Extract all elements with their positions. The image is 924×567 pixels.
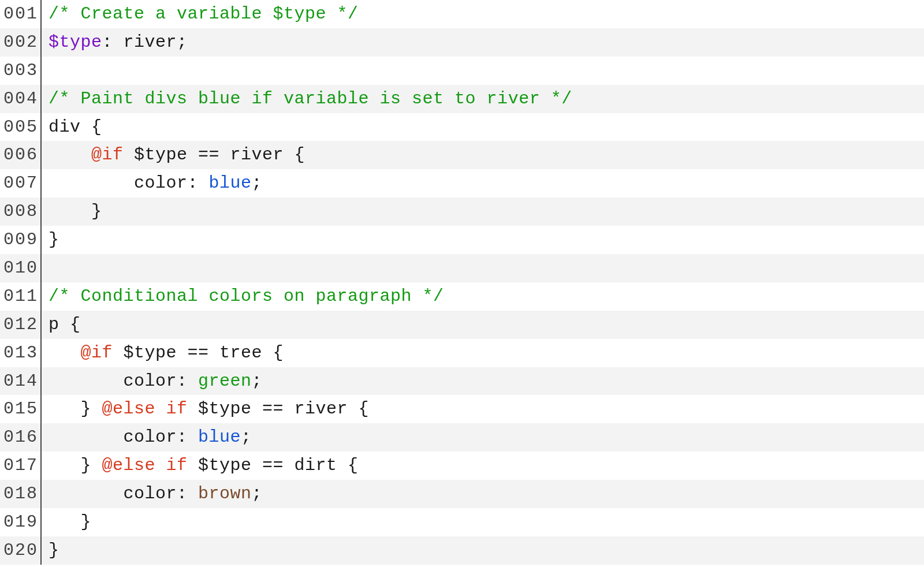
token-keyword: @if [91,145,124,165]
code-line: 001/* Create a variable $type */ [0,0,924,28]
code-line: 015 } @else if $type == river { [0,395,924,423]
code-content: } [42,197,924,226]
code-line: 019 } [0,508,924,536]
code-content: /* Conditional colors on paragraph */ [42,282,924,311]
code-line: 008 } [0,197,924,226]
line-number: 009 [0,226,42,254]
token-default: div { [49,117,102,137]
token-default: $type == tree { [113,343,284,363]
code-editor: 001/* Create a variable $type */002$type… [0,0,924,565]
token-default: ; [252,484,263,503]
token-value-green: green [198,371,252,391]
code-content: p { [42,311,924,339]
code-line: 013 @if $type == tree { [0,339,924,367]
code-line: 004/* Paint divs blue if variable is set… [0,85,924,113]
code-content: color: blue; [42,169,924,197]
line-number: 008 [0,197,42,226]
line-number: 005 [0,113,42,141]
line-number: 001 [0,0,42,28]
token-default [49,343,81,363]
line-number: 013 [0,339,42,367]
token-default: } [49,399,102,419]
code-line: 010 [0,254,924,282]
token-default: } [49,540,59,560]
line-number: 002 [0,28,42,57]
line-number: 007 [0,169,42,197]
code-line: 018 color: brown; [0,480,924,508]
code-line: 002$type: river; [0,28,924,57]
token-default [49,145,91,165]
code-content: color: brown; [42,480,924,508]
line-number: 006 [0,141,42,169]
code-content: @if $type == river { [42,141,924,169]
token-value-blue: blue [209,173,252,193]
code-content: color: blue; [42,423,924,452]
token-keyword: @else if [102,399,188,419]
line-number: 014 [0,367,42,396]
code-line: 006 @if $type == river { [0,141,924,169]
code-content: /* Paint divs blue if variable is set to… [42,85,924,113]
code-content: } @else if $type == river { [42,395,924,423]
token-default: color: [49,484,198,503]
code-line: 009} [0,226,924,254]
token-variable: $type [49,32,102,52]
token-comment: /* Conditional colors on paragraph */ [49,286,444,306]
token-comment: /* Paint divs blue if variable is set to… [49,89,572,109]
code-content: $type: river; [42,28,924,57]
token-default: ; [252,173,263,193]
code-line: 014 color: green; [0,367,924,396]
token-default: ; [241,427,252,447]
line-number: 018 [0,480,42,508]
token-default: } [49,202,102,221]
code-content: } [42,226,924,254]
code-line: 003 [0,57,924,85]
token-value-blue: blue [198,427,241,447]
line-number: 015 [0,395,42,423]
line-number: 016 [0,423,42,452]
token-value-brown: brown [198,484,252,503]
token-keyword: @else if [102,456,188,475]
token-default: color: [49,427,198,447]
line-number: 003 [0,57,42,85]
line-number: 012 [0,311,42,339]
code-line: 017 } @else if $type == dirt { [0,452,924,480]
token-default: : river; [102,32,188,52]
code-line: 005div { [0,113,924,141]
token-default: p { [49,315,81,334]
code-content: /* Create a variable $type */ [42,0,924,28]
line-number: 011 [0,282,42,311]
token-keyword: @if [81,343,113,363]
code-line: 011/* Conditional colors on paragraph */ [0,282,924,311]
code-line: 020} [0,536,924,565]
token-default: color: [49,371,198,391]
code-content: } [42,536,924,565]
token-default: $type == river { [124,145,305,165]
token-default: $type == dirt { [188,456,359,475]
token-default: } [49,456,102,475]
code-content: } @else if $type == dirt { [42,452,924,480]
line-number: 017 [0,452,42,480]
token-comment: /* Create a variable $type */ [49,4,359,24]
code-content: color: green; [42,367,924,396]
code-content: @if $type == tree { [42,339,924,367]
line-number: 004 [0,85,42,113]
line-number: 010 [0,254,42,282]
code-content: div { [42,113,924,141]
code-content: } [42,508,924,536]
code-line: 007 color: blue; [0,169,924,197]
token-default: color: [49,173,209,193]
token-default: $type == river { [188,399,370,419]
code-line: 016 color: blue; [0,423,924,452]
line-number: 019 [0,508,42,536]
line-number: 020 [0,536,42,565]
token-default: } [49,230,59,249]
code-line: 012p { [0,311,924,339]
token-default: } [49,512,91,532]
token-default: ; [252,371,263,391]
